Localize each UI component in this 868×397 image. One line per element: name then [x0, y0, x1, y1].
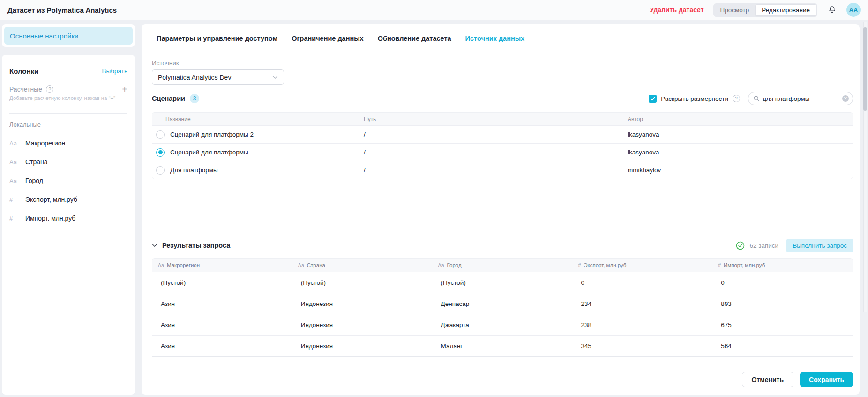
scenario-row[interactable]: Сценарий для платформы 2 / lkasyanova: [152, 125, 853, 143]
save-button[interactable]: Сохранить: [800, 372, 853, 387]
cell: Индонезия: [292, 343, 433, 350]
results-table: АаМакрорегион АаСтрана АаГород #Экспорт,…: [152, 258, 853, 357]
mode-view-button[interactable]: Просмотр: [714, 5, 756, 15]
header-macroregion: АаМакрорегион: [152, 262, 292, 268]
cell: (Пустой): [152, 279, 292, 286]
sidebar-nav-card: Основные настройки: [2, 24, 135, 47]
expand-dimensions-checkbox[interactable]: [649, 95, 657, 103]
notifications-bell-icon[interactable]: [827, 5, 837, 15]
column-item-export[interactable]: # Экспорт, млн.руб: [9, 196, 127, 203]
clear-search-icon[interactable]: ✕: [842, 95, 849, 102]
main-panel: Параметры и управление доступом Ограниче…: [142, 24, 860, 395]
source-select-value: Polymatica Analytics Dev: [158, 74, 231, 81]
cell: 0: [712, 279, 853, 286]
mode-toggle: Просмотр Редактирование: [713, 3, 818, 17]
cell: Азия: [152, 343, 292, 350]
expand-dimensions-label[interactable]: Раскрыть размерности: [661, 95, 728, 102]
cell: Денпасар: [433, 300, 573, 307]
scenario-author: mmikhaylov: [628, 167, 853, 174]
text-type-icon: Аа: [9, 140, 20, 147]
scenario-path: /: [364, 131, 628, 138]
header-city: АаГород: [433, 262, 573, 268]
chevron-down-icon: [152, 244, 157, 247]
scenario-search: ✕: [748, 92, 853, 105]
radio-button[interactable]: [156, 130, 165, 139]
sidebar-columns-card: Колонки Выбрать Расчетные ? + Добавьте р…: [2, 55, 135, 395]
success-check-icon: [736, 241, 745, 250]
sidebar-divider: [9, 113, 127, 114]
tab-data-source[interactable]: Источник данных: [465, 35, 525, 42]
local-group-label: Локальные: [9, 121, 127, 128]
cell: 238: [572, 321, 712, 328]
tab-dataset-update[interactable]: Обновление датасета: [378, 35, 451, 42]
table-row: Азия Индонезия Денпасар 234 893: [152, 293, 853, 314]
scenario-name: Сценарий для платформы 2: [170, 131, 254, 138]
column-item-label: Город: [25, 177, 43, 184]
topbar-actions: Удалить датасет Просмотр Редактирование …: [650, 3, 861, 17]
scenario-author: lkasyanova: [628, 149, 853, 156]
calculated-label: Расчетные: [9, 85, 42, 93]
sidebar-item-main-settings[interactable]: Основные настройки: [4, 27, 133, 45]
text-type-icon: Аа: [298, 262, 304, 268]
top-bar: Датасет из Polymatica Analytics Удалить …: [0, 0, 868, 20]
scenario-name: Сценарий для платформы: [170, 149, 248, 156]
text-type-icon: Аа: [9, 177, 20, 184]
cell: Азия: [152, 321, 292, 328]
source-label: Источник: [152, 60, 853, 67]
calculated-hint: Добавьте расчетную колонку, нажав на “+”: [9, 95, 127, 101]
choose-columns-link[interactable]: Выбрать: [102, 68, 127, 75]
expand-dimensions-help-icon[interactable]: ?: [733, 95, 740, 102]
column-item-macroregion[interactable]: Аа Макрорегион: [9, 139, 127, 147]
cell: 0: [572, 279, 712, 286]
source-select[interactable]: Polymatica Analytics Dev: [152, 69, 284, 85]
tab-data-restriction[interactable]: Ограничение данных: [292, 35, 363, 42]
scrollbar-thumb[interactable]: [863, 27, 867, 111]
column-item-country[interactable]: Аа Страна: [9, 158, 127, 166]
column-item-import[interactable]: # Импорт, млн,руб: [9, 214, 127, 222]
cell: Индонезия: [292, 300, 433, 307]
scenario-search-input[interactable]: [763, 95, 839, 102]
cell: Индонезия: [292, 321, 433, 328]
chevron-down-icon: [272, 76, 278, 79]
text-type-icon: Аа: [9, 159, 20, 166]
tab-params-access[interactable]: Параметры и управление доступом: [157, 35, 277, 42]
columns-title: Колонки: [9, 67, 38, 75]
run-query-button[interactable]: Выполнить запрос: [786, 239, 853, 252]
header-import: #Импорт, млн.руб: [712, 262, 853, 268]
scenario-path: /: [364, 167, 628, 174]
scenarios-table: Название Путь Автор Сценарий для платфор…: [152, 112, 853, 179]
user-avatar[interactable]: AA: [846, 3, 861, 17]
header-path: Путь: [364, 116, 628, 122]
cell: (Пустой): [433, 279, 573, 286]
radio-button-checked[interactable]: [156, 148, 165, 157]
scenarios-table-header: Название Путь Автор: [152, 113, 853, 125]
column-item-label: Экспорт, млн.руб: [25, 196, 77, 203]
add-calculated-column-button[interactable]: +: [122, 85, 127, 93]
header-author: Автор: [628, 116, 853, 122]
cancel-button[interactable]: Отменить: [742, 372, 793, 387]
column-item-label: Импорт, млн,руб: [25, 214, 75, 222]
radio-button[interactable]: [156, 166, 165, 175]
table-row: Азия Индонезия Джакарта 238 675: [152, 314, 853, 335]
cell: Азия: [152, 300, 292, 307]
mode-edit-button[interactable]: Редактирование: [755, 4, 816, 16]
delete-dataset-button[interactable]: Удалить датасет: [650, 6, 704, 14]
table-row: Азия Индонезия Маланг 345 564: [152, 335, 853, 356]
scenario-row[interactable]: Для платформы / mmikhaylov: [152, 161, 853, 179]
page-title: Датасет из Polymatica Analytics: [7, 6, 117, 14]
cell: 893: [712, 300, 853, 307]
calculated-help-icon[interactable]: ?: [46, 85, 53, 93]
header-country: АаСтрана: [292, 262, 433, 268]
cell: 345: [572, 343, 712, 350]
tab-bar: Параметры и управление доступом Ограниче…: [152, 35, 526, 50]
column-item-label: Макрорегион: [25, 139, 65, 147]
scenario-row[interactable]: Сценарий для платформы / lkasyanova: [152, 143, 853, 161]
text-type-icon: Аа: [438, 262, 444, 268]
column-item-city[interactable]: Аа Город: [9, 177, 127, 184]
cell: (Пустой): [292, 279, 433, 286]
header-name: Название: [152, 116, 364, 122]
header-export: #Экспорт, млн.руб: [572, 262, 712, 268]
scenarios-count-badge: 3: [190, 94, 199, 103]
scenario-name: Для платформы: [170, 167, 218, 174]
results-section-toggle[interactable]: Результаты запроса: [152, 242, 230, 249]
